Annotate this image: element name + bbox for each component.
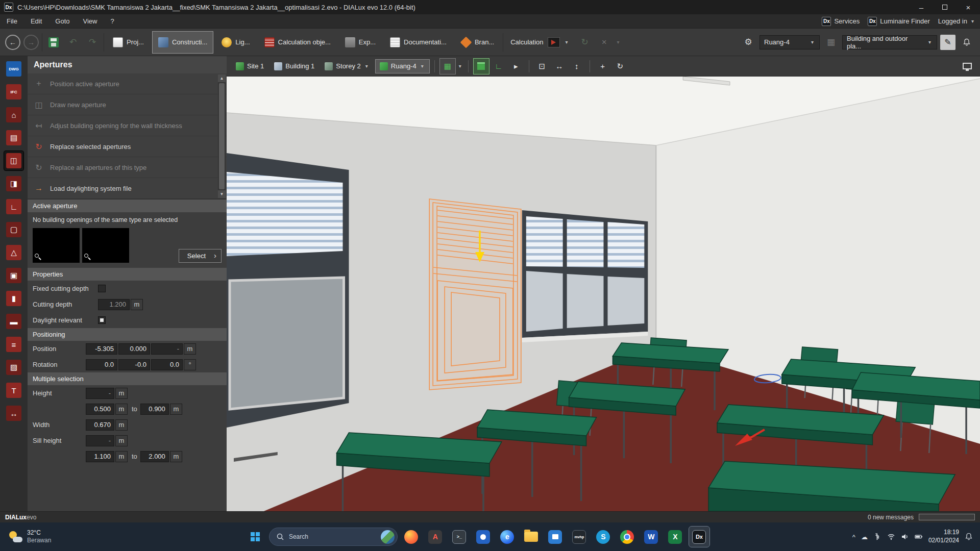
taskbar-app-acrobat[interactable]: A	[425, 527, 446, 547]
close-button[interactable]: ×	[957, 0, 980, 14]
tab-light[interactable]: Lig...	[216, 32, 255, 53]
viewport-3d-scene[interactable]	[227, 77, 980, 511]
settings-button[interactable]: ⚙	[740, 34, 756, 51]
tab-calculation-objects[interactable]: Calculation obje...	[259, 32, 336, 53]
tab-export[interactable]: Exp...	[339, 32, 381, 53]
scroll-down-icon[interactable]: ▼	[218, 190, 226, 198]
taskbar-app-console[interactable]: >_	[449, 527, 470, 547]
zoom-icon[interactable]	[35, 254, 42, 261]
fixed-cutting-depth-checkbox[interactable]	[98, 285, 106, 292]
tool-replace-selected-apertures[interactable]: ↻ Replace selected apertures	[28, 136, 227, 157]
tray-expand-icon[interactable]: ^	[852, 533, 855, 541]
sidebar-item-apertures[interactable]: ◫	[4, 151, 23, 170]
sidebar-item-import-ifc[interactable]: IFC	[4, 82, 23, 102]
sill-from-field[interactable]: 1.100	[86, 451, 114, 462]
taskbar-app-edge[interactable]: e	[497, 527, 518, 547]
tab-branding[interactable]: Bran...	[455, 32, 500, 53]
taskbar-app-skype[interactable]: S	[593, 527, 614, 547]
menu-edit[interactable]: Edit	[24, 14, 48, 28]
position-x-field[interactable]: -5.305	[86, 343, 117, 355]
scrollbar-thumb[interactable]	[219, 83, 225, 189]
notifications-button[interactable]	[959, 34, 975, 51]
sidebar-item-stairs[interactable]: ≡	[4, 335, 23, 354]
plan-view-button[interactable]: ▦	[440, 59, 455, 74]
taskbar-app-firefox[interactable]	[401, 527, 422, 547]
weather-widget[interactable]: 32°C Berawan	[0, 529, 107, 544]
sidebar-item-openings[interactable]: ▣	[4, 266, 23, 285]
height-from-field[interactable]: 0.500	[86, 404, 114, 415]
zoom-fit-button[interactable]: ⊡	[534, 59, 550, 74]
sill-height-field[interactable]: -	[86, 435, 114, 446]
taskbar-app-mvhp[interactable]: mvhp	[569, 527, 590, 547]
menu-help[interactable]: ?	[104, 14, 121, 28]
save-button[interactable]	[45, 34, 62, 51]
minimize-button[interactable]: –	[910, 0, 933, 14]
selected-aperture-wireframe[interactable]	[429, 199, 521, 390]
planning-mode-select[interactable]: Building and outdoor pla... ▾	[842, 35, 937, 49]
undo-button[interactable]: ↶	[65, 34, 81, 51]
sidebar-item-walls[interactable]: ∟	[4, 197, 23, 216]
services-button[interactable]: Dx Services	[822, 17, 860, 26]
sidebar-item-doors[interactable]: ◨	[4, 174, 23, 193]
search-highlight-image[interactable]	[381, 530, 395, 544]
room-select[interactable]: Ruang-4 ▾	[760, 35, 820, 49]
logged-in-menu[interactable]: Logged in ▾	[938, 17, 974, 25]
width-field[interactable]: 0.670	[86, 419, 114, 431]
sidebar-item-columns[interactable]: ▮	[4, 289, 23, 308]
view-cycle-button[interactable]: ▸	[508, 59, 524, 74]
taskbar-app-dialux[interactable]: Dx	[689, 527, 709, 547]
position-z-field[interactable]: -	[151, 343, 183, 355]
cancel-calculation-button[interactable]: ×	[596, 34, 612, 51]
aperture-preview-front[interactable]	[33, 228, 80, 263]
onedrive-cloud-icon[interactable]: ☁	[861, 533, 868, 541]
view-section-button[interactable]: ∟	[491, 59, 506, 74]
sidebar-item-roof[interactable]: △	[4, 243, 23, 262]
sidebar-item-import-dwg[interactable]: DWG	[4, 59, 23, 79]
room-view-button[interactable]: ▦	[823, 34, 839, 51]
volume-icon[interactable]	[901, 533, 909, 541]
tool-load-daylighting-system[interactable]: → Load daylighting system file	[28, 178, 227, 199]
menu-goto[interactable]: Goto	[48, 14, 76, 28]
taskbar-app-excel[interactable]: X	[665, 527, 685, 547]
sidebar-item-dimensions[interactable]: ↔	[4, 404, 23, 423]
sketch-button[interactable]: ✎	[940, 35, 955, 50]
sidebar-item-storey[interactable]: ▤	[4, 128, 23, 147]
tab-construction[interactable]: Constructi...	[153, 32, 213, 53]
select-aperture-button[interactable]: Select ›	[179, 249, 222, 263]
tab-documentation[interactable]: Documentati...	[384, 32, 452, 53]
search-box[interactable]: Search	[269, 528, 398, 546]
maximize-button[interactable]	[933, 0, 957, 14]
daylight-relevant-checkbox[interactable]	[98, 316, 106, 324]
sidebar-item-materials[interactable]: ▨	[4, 358, 23, 377]
bluetooth-icon[interactable]	[873, 533, 881, 541]
aperture-preview-side[interactable]	[82, 228, 129, 263]
start-button[interactable]	[245, 527, 265, 547]
display-mode-button[interactable]	[960, 59, 975, 74]
redo-button[interactable]: ↷	[84, 34, 101, 51]
notification-bell-icon[interactable]	[965, 533, 973, 541]
cutting-depth-field[interactable]: 1.200	[98, 299, 130, 310]
breadcrumb-building[interactable]: Building 1	[270, 60, 318, 73]
menu-view[interactable]: View	[77, 14, 104, 28]
taskbar-app-chrome[interactable]	[617, 527, 638, 547]
zoom-icon[interactable]	[84, 254, 91, 261]
view-3d-button[interactable]	[474, 59, 489, 74]
taskbar-app-meet[interactable]	[473, 527, 494, 547]
breadcrumb-room[interactable]: Ruang-4 ▾	[376, 60, 429, 73]
forward-button[interactable]: →	[23, 35, 39, 50]
position-y-field[interactable]: 0.000	[118, 343, 150, 355]
pan-button[interactable]: +	[595, 59, 610, 74]
back-windows[interactable]	[522, 210, 648, 342]
luminaire-finder-button[interactable]: Dx Luminaire Finder	[868, 17, 930, 26]
tools-scrollbar[interactable]: ▲ ▼	[218, 74, 226, 198]
calculation-button[interactable]: Calculation ▾	[506, 37, 573, 47]
height-to-field[interactable]: 0.900	[140, 404, 169, 415]
height-field[interactable]: -	[86, 388, 114, 399]
orbit-button[interactable]: ↻	[612, 59, 628, 74]
menu-file[interactable]: File	[0, 14, 24, 28]
sidebar-item-rooms[interactable]: ▢	[4, 220, 23, 239]
wifi-icon[interactable]	[887, 533, 895, 541]
tab-project[interactable]: Proj...	[107, 32, 150, 53]
sidebar-item-slabs[interactable]: ▬	[4, 312, 23, 331]
back-button[interactable]: ←	[5, 35, 20, 50]
